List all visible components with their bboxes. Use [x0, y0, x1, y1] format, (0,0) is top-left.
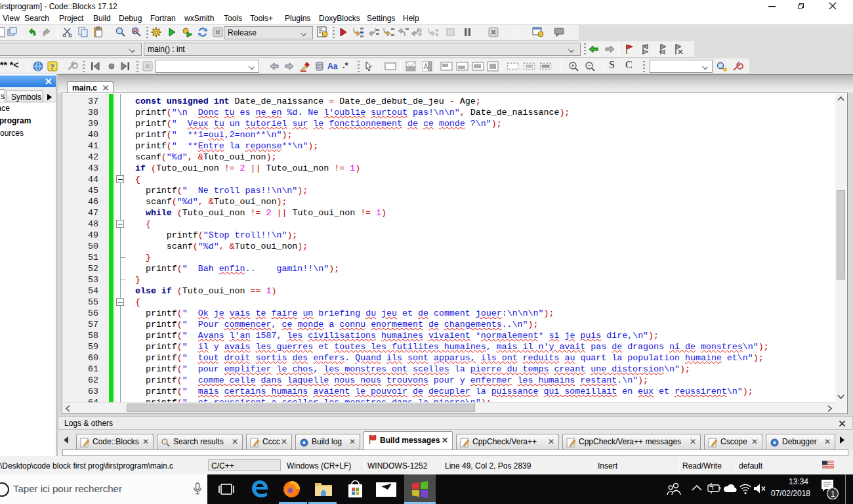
svg-text:R: R: [133, 28, 138, 35]
svg-text:?: ?: [51, 62, 54, 72]
svg-text:1: 1: [831, 490, 835, 499]
